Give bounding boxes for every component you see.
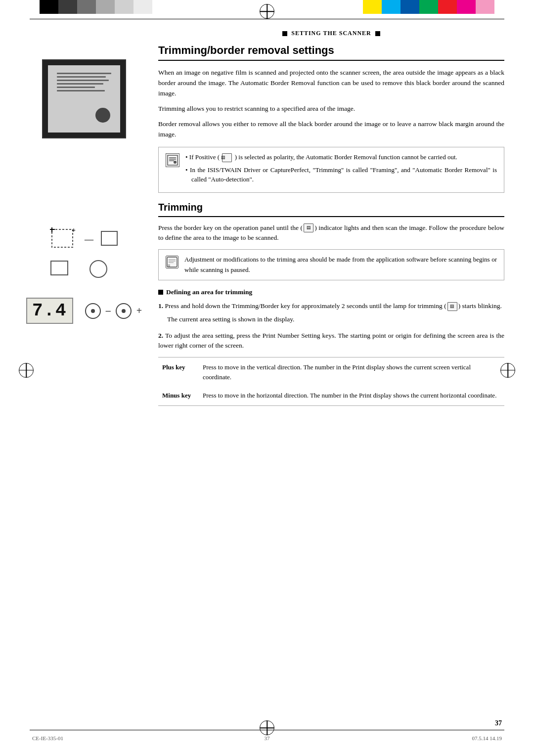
svg-rect-4 (101, 231, 117, 245)
defining-square (158, 290, 163, 295)
bar-verylightgray (115, 0, 134, 14)
step-2: 2. To adjust the area setting, press the… (158, 331, 504, 352)
minus-sign: – (106, 305, 111, 316)
bar-pink (476, 0, 494, 14)
section-header: SETTING THE SCANNER (158, 30, 504, 37)
bar-cyan (382, 0, 400, 14)
scanner-illustration (42, 59, 126, 138)
scanner-screen (48, 65, 120, 133)
bar-lightgray (96, 0, 115, 14)
trimming-subheading: Trimming (158, 202, 504, 217)
bar-magenta (457, 0, 476, 14)
small-rect-icon (100, 230, 118, 248)
plus-key-desc: Press to move in the vertical direction.… (200, 358, 503, 386)
scanner-line (57, 87, 95, 88)
step-1-sub: The current area setting is shown in the… (158, 314, 504, 325)
info-icon-svg: ≡ (167, 257, 178, 267)
left-column: + — (30, 25, 148, 726)
svg-text:≡: ≡ (168, 263, 170, 267)
bar-red (438, 0, 457, 14)
minus-key-label: Minus key (159, 387, 199, 404)
bar-nearwhite (134, 0, 152, 14)
scanner-line (57, 73, 111, 74)
bar-black (40, 0, 58, 14)
step-2-text: 2. To adjust the area setting, press the… (158, 331, 504, 352)
svg-text:+: + (72, 227, 76, 234)
svg-rect-5 (51, 261, 68, 275)
note-box: If Positive ( ▤ ) is selected as polarit… (158, 147, 504, 193)
step-1: 1. Press and hold down the Trimming/Bord… (158, 301, 504, 325)
keys-table: Plus key Press to move in the vertical d… (158, 357, 504, 406)
footer-right: 07.5.14 14.19 (472, 735, 502, 741)
footer-left: CE-IE-335-01 (32, 735, 63, 741)
main-heading: Trimming/border removal settings (158, 44, 504, 61)
minus-key-desc: Press to move in the horizontal directio… (200, 387, 503, 404)
bar-darkgray (58, 0, 77, 14)
page-border-bottom (30, 730, 504, 730)
reg-mark-top (260, 4, 274, 19)
dashed-rect-svg: + (50, 227, 78, 251)
defining-area-header: Defining an area for trimming (158, 288, 504, 296)
bar-yellow (363, 0, 382, 14)
right-column: SETTING THE SCANNER Trimming/border remo… (148, 25, 504, 726)
scanner-line (57, 80, 109, 81)
right-color-bars (363, 0, 494, 14)
step-2-number: 2. (158, 332, 163, 339)
svg-rect-6 (168, 155, 178, 165)
seven-segment-display: 7.4 (26, 298, 73, 324)
trim-icon-row-2 (50, 260, 107, 278)
positive-icon: ▤ (222, 153, 232, 162)
left-color-bars (40, 0, 152, 14)
small-solid-rect-svg (50, 260, 69, 276)
small-rect-svg (100, 230, 118, 246)
scanner-line (57, 90, 105, 91)
page-number: 37 (495, 719, 502, 727)
scanner-lines (57, 73, 111, 93)
trimming-icons: + — (50, 227, 118, 278)
scanner-line (57, 83, 103, 85)
svg-rect-0 (52, 229, 73, 247)
plus-sign: + (136, 305, 142, 316)
step-2-content: To adjust the area setting, press the Pr… (158, 332, 504, 350)
section-square-left (282, 31, 287, 36)
step-1-number: 1. (158, 302, 163, 310)
scanner-line (57, 76, 106, 78)
plus-key-label: Plus key (159, 358, 199, 386)
circle-icon (89, 260, 107, 278)
defining-header-text: Defining an area for trimming (166, 288, 252, 296)
small-solid-rect (50, 260, 69, 278)
display-area: 7.4 – + (26, 298, 142, 324)
body-para-3: Border removal allows you either to remo… (158, 119, 504, 140)
knob-icon-right (116, 303, 132, 319)
svg-point-10 (174, 161, 177, 164)
main-content: + — (30, 25, 504, 726)
body-para-2: Trimming allows you to restrict scanning… (158, 104, 504, 114)
body-para-1: When an image on negative film is scanne… (158, 68, 504, 99)
scanner-dot (95, 108, 110, 123)
section-header-text: SETTING THE SCANNER (291, 30, 371, 37)
info-icon: ≡ (166, 256, 178, 268)
dash-separator: — (85, 234, 93, 245)
note-item-2: In the ISIS/TWAIN Driver or CapturePerfe… (185, 165, 497, 184)
note-item-1: If Positive ( ▤ ) is selected as polarit… (185, 152, 497, 162)
note-content: If Positive ( ▤ ) is selected as polarit… (185, 152, 497, 187)
knob-icon-left (85, 303, 101, 319)
page-border-top (30, 19, 504, 19)
dashed-rect-icon: + (50, 227, 78, 251)
minus-key-row: Minus key Press to move in the horizonta… (159, 387, 503, 404)
info-box-text: Adjustment or modifications to the trimi… (184, 255, 497, 274)
blink-icon: ▤ (447, 302, 457, 311)
trimming-intro-text: Press the border key on the operation pa… (158, 223, 504, 244)
trim-icon-row-1: + — (50, 227, 118, 251)
section-square-right (375, 31, 380, 36)
info-box: ≡ Adjustment or modifications to the tri… (158, 249, 504, 280)
note-icon (166, 153, 179, 167)
note-icon-svg (167, 155, 178, 166)
bar-green (419, 0, 438, 14)
step-1-content: Press and hold down the Trimming/Border … (165, 302, 502, 310)
trim-indicator-icon: ▤ (304, 223, 313, 232)
footer-center: 37 (265, 735, 270, 741)
bar-blue (400, 0, 419, 14)
bar-medgray (77, 0, 96, 14)
plus-key-row: Plus key Press to move in the vertical d… (159, 358, 503, 386)
